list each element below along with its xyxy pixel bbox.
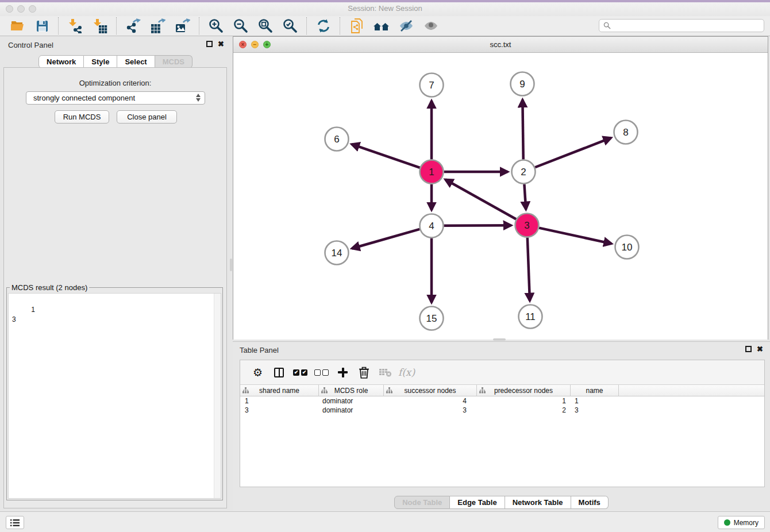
- graph-edge-3-10[interactable]: [539, 228, 611, 244]
- column-header-mcds-role[interactable]: MCDS role: [319, 385, 384, 396]
- function-builder-icon[interactable]: f(x): [396, 364, 417, 381]
- table-cell[interactable]: 1: [477, 397, 571, 405]
- table-settings-icon[interactable]: ⚙: [247, 364, 268, 381]
- split-view-icon[interactable]: [268, 364, 290, 381]
- toolbar-separator: [58, 17, 59, 34]
- column-header-name[interactable]: name: [571, 385, 619, 396]
- application-window: Session: New Session: [0, 0, 770, 532]
- tab-edge-table[interactable]: Edge Table: [450, 496, 505, 509]
- show-all-icon[interactable]: [418, 17, 443, 35]
- table-body: 1dominator4113dominator323: [240, 396, 764, 415]
- network-canvas[interactable]: 7968124314101511: [233, 53, 768, 340]
- control-panel: Control Panel ✖ NetworkStyleSelectMCDS O…: [0, 36, 231, 511]
- tab-node-table[interactable]: Node Table: [394, 496, 450, 509]
- column-header-predecessor-nodes[interactable]: predecessor nodes: [477, 385, 571, 396]
- column-header-label: predecessor nodes: [494, 387, 553, 395]
- import-table-icon[interactable]: [87, 17, 112, 35]
- export-image-icon[interactable]: [170, 17, 195, 35]
- export-table-icon[interactable]: [145, 17, 170, 35]
- result-scrollbar[interactable]: [214, 294, 221, 498]
- column-header-label: name: [586, 387, 603, 395]
- mcds-result-values: 1 3: [12, 306, 35, 323]
- open-icon[interactable]: [5, 17, 29, 35]
- memory-button[interactable]: Memory: [718, 516, 765, 529]
- graph-edge-2-8[interactable]: [535, 138, 611, 167]
- close-table-panel-icon[interactable]: ✖: [757, 346, 763, 352]
- criterion-value: strongly connected component: [33, 94, 135, 102]
- fit-content-icon[interactable]: [253, 17, 278, 35]
- float-panel-icon[interactable]: [206, 41, 213, 47]
- table-row[interactable]: 3dominator323: [240, 406, 764, 415]
- table-cell[interactable]: 3: [571, 406, 619, 414]
- graph-edge-4-14[interactable]: [352, 229, 419, 249]
- graph-node-label: 1: [429, 167, 434, 178]
- graph-edge-4-3[interactable]: [444, 225, 511, 226]
- table-cell[interactable]: 2: [477, 406, 571, 414]
- task-history-button[interactable]: [6, 516, 24, 529]
- criterion-dropdown[interactable]: strongly connected component: [26, 91, 205, 105]
- zoom-selected-icon[interactable]: [278, 17, 302, 35]
- tab-network[interactable]: Network: [38, 55, 84, 68]
- tab-select[interactable]: Select: [117, 55, 155, 68]
- first-neighbors-icon[interactable]: [369, 17, 394, 35]
- table-cell[interactable]: 3: [240, 406, 319, 414]
- search-input[interactable]: [599, 19, 764, 32]
- zoom-in-icon[interactable]: [203, 17, 228, 35]
- status-bar: Memory: [0, 511, 770, 532]
- tab-network-table[interactable]: Network Table: [505, 496, 571, 509]
- vertical-splitter[interactable]: [230, 259, 232, 271]
- node-table: ⚙ ✔✔ f(x) shared nameMCDS rolesuccessor …: [240, 360, 765, 487]
- tab-mcds[interactable]: MCDS: [155, 55, 192, 68]
- close-panel-button[interactable]: Close panel: [117, 110, 177, 124]
- window-top-edge: [0, 0, 770, 2]
- delete-column-icon[interactable]: [353, 364, 375, 381]
- table-panel: Table Panel ✖ ⚙ ✔✔ f(x) shared nameMCDS …: [233, 341, 770, 512]
- graph-node-label: 3: [524, 220, 529, 231]
- table-cell[interactable]: 3: [384, 406, 477, 414]
- table-cell[interactable]: dominator: [319, 406, 384, 414]
- graph-node-label: 8: [623, 127, 628, 138]
- mcds-panel: Optimization criterion: strongly connect…: [3, 67, 227, 508]
- network-window-title: scc.txt: [233, 37, 768, 52]
- float-table-panel-icon[interactable]: [745, 346, 752, 352]
- refresh-icon[interactable]: [311, 17, 336, 35]
- run-mcds-button[interactable]: Run MCDS: [55, 110, 109, 124]
- table-cell[interactable]: 4: [384, 397, 477, 405]
- add-column-icon[interactable]: [332, 364, 353, 381]
- network-window-titlebar: × − + scc.txt: [233, 37, 768, 53]
- new-network-from-selection-icon[interactable]: [344, 17, 369, 35]
- toolbar-separator: [199, 17, 199, 34]
- memory-status-icon: [724, 519, 730, 526]
- zoom-out-icon[interactable]: [228, 17, 253, 35]
- import-network-icon[interactable]: [63, 17, 87, 35]
- horizontal-splitter[interactable]: [493, 338, 506, 341]
- column-header-successor-nodes[interactable]: successor nodes: [384, 385, 477, 396]
- graph-edge-3-11[interactable]: [528, 237, 530, 300]
- graph-edge-1-6[interactable]: [352, 144, 420, 168]
- table-cell[interactable]: dominator: [319, 397, 384, 405]
- toolbar-separator: [306, 17, 307, 34]
- table-cell[interactable]: 1: [240, 397, 319, 405]
- toolbar-separator: [116, 17, 117, 34]
- mcds-result-text-area[interactable]: 1 3: [8, 293, 221, 499]
- graph-edge-2-3[interactable]: [524, 184, 526, 209]
- hide-selected-icon[interactable]: [394, 17, 418, 35]
- graph-edge-3-1[interactable]: [445, 179, 516, 219]
- dropdown-stepper-icon: [196, 94, 201, 102]
- close-panel-icon[interactable]: ✖: [218, 41, 224, 47]
- table-cell[interactable]: 1: [571, 397, 619, 405]
- graph-node-label: 7: [429, 80, 434, 91]
- select-all-columns-icon[interactable]: ✔✔: [290, 364, 311, 381]
- tab-style[interactable]: Style: [84, 55, 117, 68]
- column-header-shared-name[interactable]: shared name: [240, 385, 319, 396]
- hierarchy-icon: [242, 387, 249, 395]
- graph-edge-2-9[interactable]: [522, 99, 523, 159]
- graph-node-label: 9: [519, 79, 525, 90]
- deselect-all-columns-icon[interactable]: [311, 364, 332, 381]
- save-icon[interactable]: [29, 17, 54, 35]
- export-network-icon[interactable]: [121, 17, 145, 35]
- table-panel-title: Table Panel: [240, 346, 279, 354]
- tab-motifs[interactable]: Motifs: [571, 496, 609, 509]
- table-row[interactable]: 1dominator411: [240, 396, 764, 406]
- delete-table-icon[interactable]: [375, 364, 396, 381]
